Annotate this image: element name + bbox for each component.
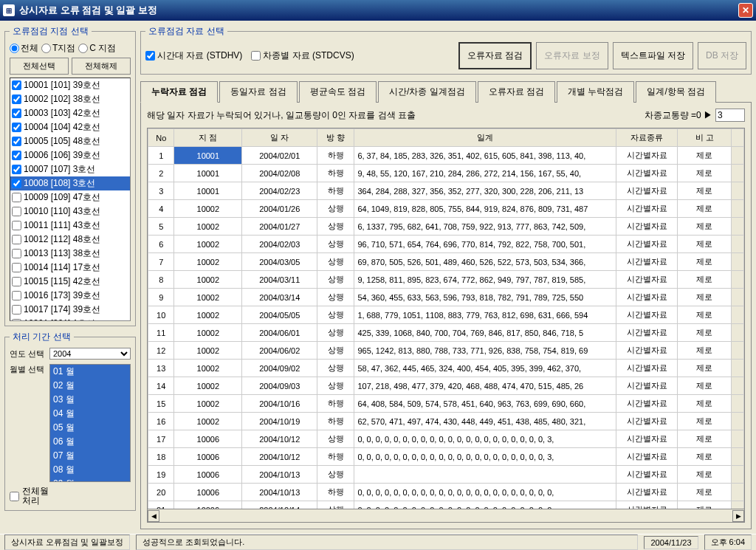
point-list[interactable]: 10001 [101] 39호선10002 [102] 38호선10003 [1… <box>10 78 131 321</box>
radio-all[interactable]: 전체 <box>10 42 38 55</box>
column-header[interactable]: 방 향 <box>317 129 354 147</box>
year-select[interactable]: 2004 <box>49 348 131 360</box>
table-row[interactable]: 20100062004/10/13하행0, 0, 0, 0, 0, 0, 0, … <box>148 484 744 501</box>
data-grid[interactable]: No지 점일 자방 향일계자료종류비 고 1100012004/02/01하행6… <box>147 128 745 509</box>
filter-input[interactable] <box>715 109 745 122</box>
table-row[interactable]: 16100022004/10/19하행62, 570, 471, 497, 47… <box>148 413 744 430</box>
month-option[interactable]: 06 월 <box>50 435 130 449</box>
point-checkbox[interactable] <box>12 249 21 258</box>
point-list-item[interactable]: 10002 [102] 38호선 <box>10 92 130 106</box>
point-checkbox[interactable] <box>12 207 21 216</box>
point-checkbox[interactable] <box>12 263 21 272</box>
point-list-item[interactable]: 10016 [173] 39호선 <box>10 289 130 303</box>
time-data-checkbox[interactable]: 시간대 자료 (STDHV) <box>145 49 242 62</box>
column-header[interactable]: 지 점 <box>174 129 242 147</box>
table-row[interactable]: 15100022004/10/16하행64, 408, 584, 509, 57… <box>148 395 744 413</box>
month-listbox[interactable]: 01 월02 월03 월04 월05 월06 월07 월08 월09 월10 월… <box>49 364 131 482</box>
radio-t[interactable]: T지점 <box>41 42 75 55</box>
table-row[interactable]: 1100012004/02/01하행6, 37, 84, 185, 283, 3… <box>148 147 744 165</box>
point-list-item[interactable]: 10008 [108] 3호선 <box>10 176 130 190</box>
point-list-item[interactable]: 10014 [114] 17호선 <box>10 261 130 275</box>
column-header[interactable]: No <box>148 129 174 147</box>
table-row[interactable]: 6100022004/02/03상행96, 710, 571, 654, 764… <box>148 236 744 253</box>
point-checkbox[interactable] <box>12 80 21 90</box>
table-row[interactable]: 8100022004/03/11상행9, 1258, 811, 895, 823… <box>148 271 744 289</box>
point-list-item[interactable]: 10001 [101] 39호선 <box>10 78 130 92</box>
table-row[interactable]: 18100062004/10/12하행0, 0, 0, 0, 0, 0, 0, … <box>148 448 744 466</box>
tab-5[interactable]: 개별 누락점검 <box>557 81 634 103</box>
tab-0[interactable]: 누락자료 점검 <box>140 81 218 103</box>
table-row[interactable]: 5100022004/01/27상행6, 1337, 795, 682, 641… <box>148 218 744 236</box>
point-list-item[interactable]: 10015 [115] 42호선 <box>10 275 130 289</box>
point-checkbox[interactable] <box>12 291 21 300</box>
table-row[interactable]: 11100022004/06/01상행 425, 339, 1068, 840,… <box>148 324 744 342</box>
point-checkbox[interactable] <box>12 109 21 118</box>
save-db-button[interactable]: DB 저장 <box>698 42 746 69</box>
horizontal-scrollbar[interactable]: ◀ ▶ <box>147 509 745 523</box>
table-row[interactable]: 14100022004/09/03상행 107, 218, 498, 477, … <box>148 377 744 395</box>
point-list-item[interactable]: 10013 [113] 38호선 <box>10 247 130 261</box>
point-list-item[interactable]: 10301 [301] 1호선 <box>10 317 130 321</box>
point-list-item[interactable]: 10006 [106] 39호선 <box>10 148 130 162</box>
table-row[interactable]: 9100022004/03/14상행 54, 360, 455, 633, 56… <box>148 289 744 306</box>
table-row[interactable]: 21100062004/10/14상행 0, 0, 0, 0, 0, 0, 0,… <box>148 501 744 510</box>
point-list-item[interactable]: 10011 [111] 43호선 <box>10 219 130 233</box>
month-option[interactable]: 09 월 <box>50 477 130 482</box>
point-list-item[interactable]: 10017 [174] 39호선 <box>10 303 130 317</box>
type-data-checkbox[interactable]: 차종별 자료 (STDCVS) <box>251 49 354 62</box>
point-checkbox[interactable] <box>12 319 21 321</box>
point-checkbox[interactable] <box>12 123 21 132</box>
point-checkbox[interactable] <box>12 221 21 230</box>
close-icon[interactable]: ✕ <box>738 3 753 18</box>
column-header[interactable]: 일 자 <box>242 129 317 147</box>
point-list-item[interactable]: 10003 [103] 42호선 <box>10 106 130 120</box>
tab-1[interactable]: 동일자료 점검 <box>219 81 297 103</box>
point-list-item[interactable]: 10007 [107] 3호선 <box>10 162 130 176</box>
table-row[interactable]: 4100022004/01/26상행64, 1049, 819, 828, 80… <box>148 200 744 218</box>
point-list-item[interactable]: 10009 [109] 47호선 <box>10 190 130 204</box>
point-list-item[interactable]: 10010 [110] 43호선 <box>10 204 130 219</box>
point-checkbox[interactable] <box>12 137 21 146</box>
tab-6[interactable]: 일계/항목 점검 <box>636 81 716 103</box>
table-row[interactable]: 10100022004/05/05상행1, 688, 779, 1051, 11… <box>148 306 744 324</box>
check-errors-button[interactable]: 오류자료 점검 <box>458 42 532 69</box>
fix-errors-button[interactable]: 오류자료 보정 <box>536 42 608 69</box>
point-checkbox[interactable] <box>12 179 21 188</box>
point-list-item[interactable]: 10004 [104] 42호선 <box>10 120 130 134</box>
point-checkbox[interactable] <box>12 305 21 314</box>
scroll-left-icon[interactable]: ◀ <box>148 510 159 522</box>
save-text-button[interactable]: 텍스트파일 저장 <box>613 42 693 69</box>
point-list-item[interactable]: 10012 [112] 48호선 <box>10 233 130 247</box>
tab-3[interactable]: 시간/차종 일계점검 <box>378 81 476 103</box>
table-row[interactable]: 17100062004/10/12상행0, 0, 0, 0, 0, 0, 0, … <box>148 430 744 448</box>
point-checkbox[interactable] <box>12 193 21 202</box>
column-header[interactable]: 자료종류 <box>616 129 677 147</box>
month-option[interactable]: 08 월 <box>50 463 130 477</box>
all-month-checkbox[interactable] <box>10 492 19 501</box>
point-checkbox[interactable] <box>12 277 21 286</box>
point-checkbox[interactable] <box>12 151 21 160</box>
point-checkbox[interactable] <box>12 235 21 244</box>
point-checkbox[interactable] <box>12 94 21 104</box>
month-option[interactable]: 05 월 <box>50 421 130 435</box>
point-list-item[interactable]: 10005 [105] 48호선 <box>10 134 130 148</box>
month-option[interactable]: 02 월 <box>50 379 130 393</box>
table-row[interactable]: 7100022004/03/05상행69, 870, 505, 526, 501… <box>148 253 744 271</box>
point-checkbox[interactable] <box>12 165 21 174</box>
tab-4[interactable]: 오류자료 점검 <box>478 81 555 103</box>
tab-2[interactable]: 평균속도 점검 <box>299 81 377 103</box>
column-header[interactable]: 비 고 <box>678 129 732 147</box>
column-header[interactable]: 일계 <box>354 129 616 147</box>
month-option[interactable]: 03 월 <box>50 393 130 407</box>
month-option[interactable]: 07 월 <box>50 449 130 463</box>
table-row[interactable]: 3100012004/02/23하행 364, 284, 288, 327, 3… <box>148 182 744 200</box>
table-row[interactable]: 12100022004/06/02상행965, 1242, 813, 880, … <box>148 342 744 360</box>
table-row[interactable]: 19100062004/10/13상행시간별자료제로 <box>148 466 744 484</box>
radio-c[interactable]: C 지점 <box>78 42 116 55</box>
select-all-button[interactable]: 전체선택 <box>10 58 69 75</box>
deselect-all-button[interactable]: 전체해제 <box>72 58 131 75</box>
month-option[interactable]: 01 월 <box>50 365 130 379</box>
scroll-right-icon[interactable]: ▶ <box>732 510 744 522</box>
table-row[interactable]: 2100012004/02/08하행9, 48, 55, 120, 167, 2… <box>148 165 744 182</box>
month-option[interactable]: 04 월 <box>50 407 130 421</box>
